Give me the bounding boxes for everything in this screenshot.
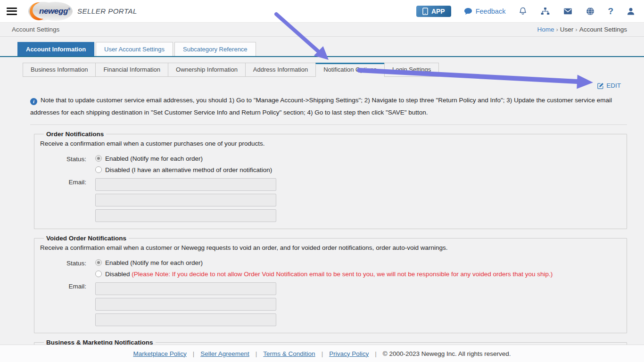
- tab-notification-options[interactable]: Notification Options: [315, 63, 385, 77]
- edit-button[interactable]: EDIT: [597, 82, 621, 89]
- breadcrumb: Home › User › Account Settings: [537, 26, 627, 33]
- page-footer: Marketplace Policy | Seller Agreement | …: [0, 345, 644, 362]
- status-label: Status:: [40, 155, 86, 173]
- tab-user-account-settings[interactable]: User Account Settings: [96, 42, 173, 56]
- radio-unselected-icon[interactable]: [95, 166, 102, 173]
- newegg-logo[interactable]: newegg® SELLER PORTAL: [26, 1, 137, 22]
- voided-disabled-warning: (Please Note: If you decide to not allow…: [132, 271, 553, 278]
- voided-enabled-option[interactable]: Enabled (Notify me for each order): [95, 259, 553, 266]
- seller-agreement-link[interactable]: Seller Agreement: [200, 350, 249, 357]
- breadcrumb-home-link[interactable]: Home: [537, 26, 554, 33]
- mail-icon[interactable]: [563, 7, 573, 16]
- bell-icon[interactable]: [518, 7, 528, 16]
- info-icon: i: [30, 98, 37, 105]
- feedback-link[interactable]: Feedback: [464, 8, 506, 15]
- voided-email-input-3[interactable]: [95, 313, 276, 326]
- app-button[interactable]: APP: [416, 6, 451, 17]
- brand-wordmark: newegg®: [39, 7, 70, 16]
- edit-pencil-icon: [597, 82, 604, 89]
- tab-address-information[interactable]: Address Information: [245, 63, 316, 77]
- phone-icon: [422, 8, 428, 15]
- order-notifications-section: Order Notifications Receive a confirmati…: [34, 131, 627, 229]
- voided-email-input-2[interactable]: [95, 298, 276, 311]
- order-email-input-1[interactable]: [95, 178, 276, 191]
- tab-ownership-information[interactable]: Ownership Information: [168, 63, 246, 77]
- status-label: Status:: [40, 259, 86, 278]
- order-email-input-3[interactable]: [95, 209, 276, 222]
- tab-subcategory-reference[interactable]: Subcategory Reference: [174, 42, 256, 56]
- section-title: Voided Order Notifications: [44, 235, 129, 242]
- section-description: Receive a confirmation email when a cust…: [40, 244, 621, 251]
- terms-condition-link[interactable]: Terms & Condition: [263, 350, 315, 357]
- brand-suffix: SELLER PORTAL: [77, 7, 137, 15]
- user-icon[interactable]: [626, 7, 636, 16]
- marketplace-policy-link[interactable]: Marketplace Policy: [133, 350, 186, 357]
- order-disabled-option[interactable]: Disabled (I have an alternative method o…: [95, 166, 272, 173]
- voided-email-input-1[interactable]: [95, 282, 276, 295]
- copyright-text: © 2000-2023 Newegg Inc. All rights reser…: [383, 350, 511, 357]
- info-note-text: Note that to update customer service ema…: [30, 97, 612, 116]
- section-title: Order Notifications: [44, 131, 106, 138]
- globe-icon[interactable]: [586, 7, 595, 16]
- app-header: newegg® SELLER PORTAL APP Feedback ?: [0, 0, 644, 23]
- main-tab-bar: Account Information User Account Setting…: [0, 42, 644, 57]
- order-enabled-option[interactable]: Enabled (Notify me for each order): [95, 155, 272, 162]
- voided-order-notifications-section: Voided Order Notifications Receive a con…: [34, 235, 627, 333]
- breadcrumb-bar: Account Settings Home › User › Account S…: [0, 23, 644, 37]
- menu-icon[interactable]: [7, 6, 17, 16]
- section-description: Receive a confirmation email when a cust…: [40, 140, 621, 147]
- info-note: iNote that to update customer service em…: [30, 94, 627, 125]
- breadcrumb-current: Account Settings: [579, 26, 627, 33]
- breadcrumb-user: User: [560, 26, 574, 33]
- email-label: Email:: [40, 178, 86, 222]
- tab-login-settings[interactable]: Login Settings: [384, 63, 439, 77]
- radio-selected-icon[interactable]: [95, 155, 102, 162]
- order-email-input-2[interactable]: [95, 194, 276, 206]
- tab-account-information[interactable]: Account Information: [17, 42, 94, 56]
- speech-bubble-icon: [464, 8, 472, 15]
- email-label: Email:: [40, 282, 86, 326]
- radio-unselected-icon[interactable]: [95, 271, 102, 277]
- sitemap-icon[interactable]: [540, 7, 550, 16]
- sub-tab-bar: Business Information Financial Informati…: [23, 63, 644, 77]
- page-title: Account Settings: [12, 26, 59, 33]
- tab-financial-information[interactable]: Financial Information: [95, 63, 168, 77]
- tab-business-information[interactable]: Business Information: [23, 63, 96, 77]
- privacy-policy-link[interactable]: Privacy Policy: [329, 350, 369, 357]
- radio-selected-icon[interactable]: [95, 259, 102, 266]
- voided-disabled-option[interactable]: Disabled (Please Note: If you decide to …: [95, 271, 553, 278]
- help-icon[interactable]: ?: [608, 6, 613, 16]
